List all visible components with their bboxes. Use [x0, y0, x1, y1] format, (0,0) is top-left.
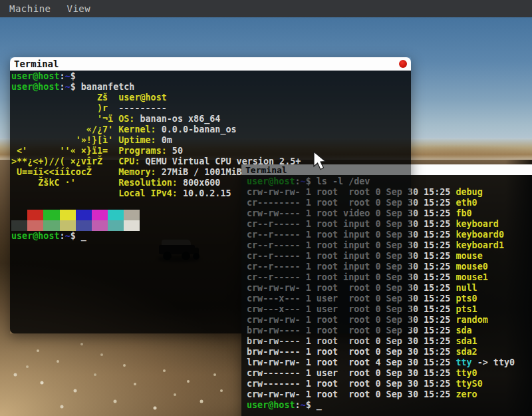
wallpaper-rocks	[0, 17, 1, 19]
ansi-color-swatch	[108, 220, 124, 231]
ansi-color-swatch	[92, 220, 108, 231]
terminal-line: <' ''« ×}ï1= Programs: 50	[11, 146, 411, 156]
terminal-line: user@host:~$ bananfetch	[11, 82, 411, 93]
terminal-line: Local IPv4: 10.0.2.15	[11, 188, 411, 199]
terminal-line: user@host:~$	[11, 71, 411, 82]
ansi-color-swatch	[11, 210, 27, 220]
ansi-color-swatch	[124, 220, 140, 231]
terminal-line: >**¿<+)//( ×¿vîrŽ CPU: QEMU Virtual CPU …	[11, 156, 411, 167]
terminal-line	[11, 199, 411, 210]
terminal-line: ŽškC ·' Resolution: 800x600	[11, 178, 411, 188]
ansi-color-swatch	[60, 210, 76, 220]
terminal-line: '¬ï OS: banan-os x86_64	[11, 114, 411, 124]
ansi-color-swatch	[124, 210, 140, 220]
terminal-line: «/¿7' Kernel: 0.0.0-banan_os	[11, 124, 411, 135]
terminal-line: user@host:~$ _	[247, 400, 532, 411]
terminal-line: U==íï<<ííîcocŽ Memory: 27MiB / 1001MiB	[11, 167, 411, 178]
terminal-line: Zš user@host	[11, 93, 411, 103]
terminal-line: user@host:~$ _	[11, 231, 411, 242]
terminal-line: brw-rw---- 1 root root 0 Sep 30 15:25 sd…	[247, 347, 532, 357]
terminal-line: crw------- 1 user root 0 Sep 30 15:25 tt…	[247, 368, 532, 379]
ansi-color-swatch	[92, 210, 108, 220]
ansi-color-swatch	[76, 220, 92, 231]
ansi-color-swatch	[108, 210, 124, 220]
menu-machine[interactable]: Machine	[9, 3, 51, 14]
ansi-color-swatch	[43, 220, 59, 231]
ansi-color-swatch	[27, 220, 43, 231]
ansi-color-swatch	[11, 220, 27, 231]
terminal-line: lrw-rw-rw- 1 root root 4 Sep 30 15:25 tt…	[247, 357, 532, 368]
terminal1-titlebar[interactable]: Terminal	[10, 57, 411, 71]
terminal-line: )r ---------	[11, 103, 411, 114]
terminal-line	[11, 220, 411, 231]
ansi-color-swatch	[76, 210, 92, 220]
terminal-line	[11, 210, 411, 220]
terminal-window-focused[interactable]: Terminal user@host:~$user@host:~$ bananf…	[10, 57, 411, 333]
terminal-line: brw-rw---- 1 root root 0 Sep 30 15:25 sd…	[247, 336, 532, 347]
terminal-line: crw-rw-rw- 1 root root 0 Sep 30 15:25 ze…	[247, 389, 532, 400]
terminal1-content[interactable]: user@host:~$user@host:~$ bananfetch Zš u…	[10, 71, 411, 333]
terminal-line: '»!}[ì' Uptime: 0m	[11, 135, 411, 146]
vm-menu-bar: Machine View	[0, 0, 532, 17]
ansi-color-swatch	[60, 220, 76, 231]
menu-view[interactable]: View	[67, 3, 91, 14]
terminal1-title: Terminal	[14, 59, 59, 69]
ansi-color-swatch	[27, 210, 43, 220]
terminal-line: crw------- 1 root root 0 Sep 30 15:25 tt…	[247, 379, 532, 389]
ansi-color-swatch	[43, 210, 59, 220]
close-button-icon[interactable]	[399, 60, 407, 68]
